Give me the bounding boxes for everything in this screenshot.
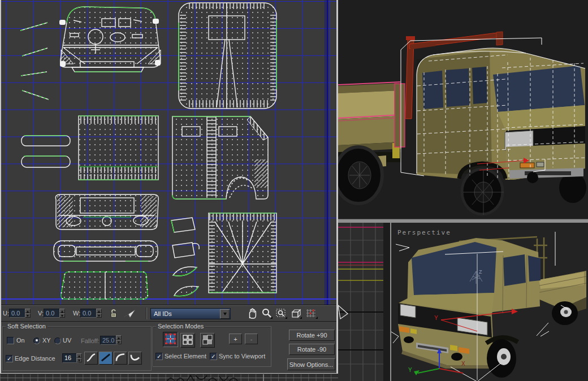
lock-icon[interactable] (107, 308, 120, 319)
viewport-label[interactable]: Perspective (397, 229, 451, 236)
pan-hand-icon[interactable] (246, 308, 258, 319)
w-value-field[interactable]: 0.0 (80, 309, 97, 318)
truck-wireframe-view (338, 0, 588, 219)
grow-selection-button[interactable]: + (229, 334, 242, 344)
filter-arrow-icon[interactable] (122, 308, 137, 319)
tripod-y-label: Y (408, 367, 412, 373)
uv-label: UV (63, 337, 71, 344)
toolbar-separator (146, 308, 147, 319)
uv-island-front-grille[interactable] (55, 194, 158, 230)
viewport-bottom-strip[interactable] (0, 374, 338, 381)
selection-modes-title: Selection Modes (156, 323, 205, 330)
edge-distance-label: Edge Distance (15, 355, 55, 362)
uv-island-bed-side[interactable] (79, 116, 158, 180)
edge-mode-icon[interactable] (180, 333, 195, 348)
zoom-region-icon[interactable] (275, 308, 288, 319)
sync-to-viewport-checkbox[interactable]: ✓ (210, 353, 217, 360)
xy-label: XY (42, 337, 51, 344)
truck2-rear-wheel (552, 301, 578, 325)
dropdown-arrow-icon[interactable] (220, 309, 230, 319)
id-filter-dropdown[interactable]: All IDs (150, 308, 231, 319)
u-label: U: (3, 310, 9, 317)
select-element-checkbox[interactable]: ✓ (155, 353, 163, 360)
sync-to-viewport-label: Sync to Viewport (219, 353, 265, 360)
xy-radio[interactable] (33, 337, 40, 344)
edge-distance-checkbox[interactable]: ✓ (6, 355, 13, 362)
shrink-selection-button[interactable]: - (245, 334, 258, 344)
falloff-spinner[interactable] (116, 335, 122, 344)
ortho-grid (338, 223, 390, 381)
bottom-grid (0, 374, 338, 381)
smooth-curve-icon[interactable] (84, 352, 98, 365)
viewport-perspective[interactable]: Z Y Y X Perspective (390, 223, 588, 381)
grid-snap-icon[interactable] (305, 308, 318, 319)
select-element-label: Select Element (165, 353, 206, 360)
truck-rear-wheel (338, 147, 382, 204)
soft-selection-on-checkbox[interactable] (7, 337, 14, 344)
zoom-extents-icon[interactable] (290, 308, 302, 319)
rotate-minus-90-button[interactable]: Rotate -90 (289, 344, 335, 355)
uv-island-bumper[interactable] (54, 241, 158, 261)
uv-radio[interactable] (54, 337, 61, 344)
check-icon: ✓ (157, 354, 161, 359)
on-label: On (16, 337, 25, 344)
uv-bottom-toolbar: U: 0.0 V: 0.0 W: 0.0 All IDs (1, 305, 336, 322)
face-mode-icon[interactable] (200, 333, 215, 348)
uv-grid (1, 0, 336, 305)
viewport-ortho-strip[interactable] (338, 223, 390, 381)
uv-options-panel: Soft Selection On XY UV Falloff: 25.0 ✓ … (1, 321, 336, 373)
screen: Z Y Y X Perspective (0, 0, 588, 381)
edge-distance-spinner[interactable] (76, 353, 82, 362)
id-filter-value: All IDs (151, 310, 220, 317)
v-label: V: (38, 310, 44, 317)
truck-textured-view: Z Y Y X (391, 223, 588, 381)
w-label: W: (73, 310, 80, 317)
uv-island-door-side[interactable] (172, 116, 268, 199)
selection-modes-group: Selection Modes + - ✓ Select Element ✓ S… (153, 326, 271, 367)
viewport-3d-shaded[interactable] (338, 0, 588, 219)
uv-island-dashboard[interactable] (59, 7, 161, 72)
u-spinner[interactable] (25, 309, 31, 318)
gizmo-y-label: Y (434, 315, 438, 321)
check-icon: ✓ (7, 356, 11, 361)
uv-island-rear-panel[interactable] (209, 213, 276, 293)
vertex-mode-icon[interactable] (163, 332, 178, 347)
v-spinner[interactable] (59, 309, 65, 318)
ease-in-curve-icon[interactable] (128, 352, 142, 365)
tripod-x-label: X (461, 361, 465, 367)
zoom-icon[interactable] (261, 308, 273, 319)
gizmo-z-label: Z (479, 269, 482, 275)
ease-out-curve-icon[interactable] (114, 352, 127, 365)
uv-editor-canvas[interactable] (1, 0, 336, 305)
check-icon: ✓ (211, 354, 215, 359)
w-spinner[interactable] (96, 309, 102, 318)
uv-island-roof-panel[interactable] (179, 3, 276, 109)
falloff-label: Falloff: (81, 337, 100, 344)
soft-selection-title: Soft Selection (6, 323, 47, 330)
linear-curve-icon[interactable] (99, 352, 113, 365)
v-value-field[interactable]: 0.0 (44, 309, 60, 318)
show-options-button[interactable]: Show Options... (287, 358, 335, 370)
rotate-plus-90-button[interactable]: Rotate +90 (289, 330, 335, 341)
u-value-field[interactable]: 0.0 (9, 309, 26, 318)
soft-selection-group: Soft Selection On XY UV Falloff: 25.0 ✓ … (2, 326, 152, 371)
edit-uvws-dialog: U: 0.0 V: 0.0 W: 0.0 All IDs (0, 0, 338, 374)
uv-island-windshield[interactable] (61, 272, 148, 299)
